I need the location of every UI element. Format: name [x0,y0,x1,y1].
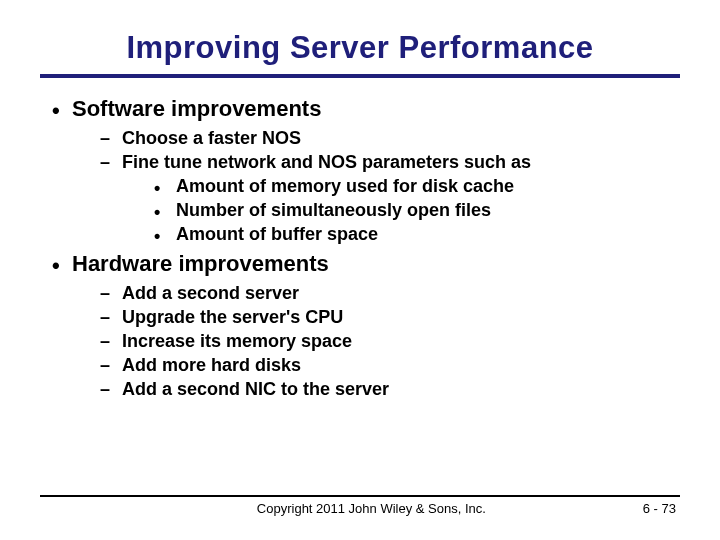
sub-text: Choose a faster NOS [122,128,301,149]
footer: Copyright 2011 John Wiley & Sons, Inc. 6… [40,495,680,516]
dash-icon: – [100,355,122,376]
sub-text: Increase its memory space [122,331,352,352]
sub-text: Add more hard disks [122,355,301,376]
slide: Improving Server Performance • Software … [0,0,720,540]
disc-icon: • [154,176,176,197]
subsub-bullet: • Amount of memory used for disk cache [154,176,680,197]
disc-icon: • [52,251,72,277]
dash-icon: – [100,283,122,304]
subsub-bullet: • Number of simultaneously open files [154,200,680,221]
sub-text: Add a second NIC to the server [122,379,389,400]
disc-icon: • [154,224,176,245]
dash-icon: – [100,152,122,173]
section-heading: Hardware improvements [72,251,329,277]
sub-bullet: – Add more hard disks [100,355,680,376]
sub-bullet: – Add a second NIC to the server [100,379,680,400]
subsub-bullet: • Amount of buffer space [154,224,680,245]
disc-icon: • [52,96,72,122]
sub-bullet: – Choose a faster NOS [100,128,680,149]
slide-title: Improving Server Performance [40,30,680,78]
sub-bullet: – Increase its memory space [100,331,680,352]
subsub-text: Number of simultaneously open files [176,200,491,221]
sub-bullet: – Fine tune network and NOS parameters s… [100,152,680,173]
dash-icon: – [100,331,122,352]
subsub-text: Amount of memory used for disk cache [176,176,514,197]
sub-bullet: – Upgrade the server's CPU [100,307,680,328]
dash-icon: – [100,128,122,149]
sub-text: Add a second server [122,283,299,304]
subsub-text: Amount of buffer space [176,224,378,245]
copyright-text: Copyright 2011 John Wiley & Sons, Inc. [100,501,643,516]
bullet-software: • Software improvements [52,96,680,122]
sub-bullet: – Add a second server [100,283,680,304]
dash-icon: – [100,379,122,400]
slide-body: • Software improvements – Choose a faste… [40,96,680,400]
disc-icon: • [154,200,176,221]
page-number: 6 - 73 [643,501,680,516]
sub-text: Fine tune network and NOS parameters suc… [122,152,531,173]
sub-text: Upgrade the server's CPU [122,307,343,328]
section-heading: Software improvements [72,96,321,122]
bullet-hardware: • Hardware improvements [52,251,680,277]
dash-icon: – [100,307,122,328]
